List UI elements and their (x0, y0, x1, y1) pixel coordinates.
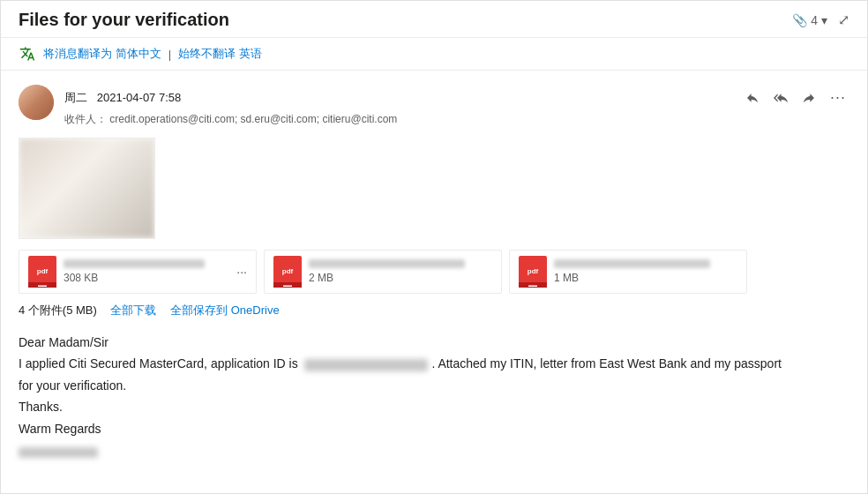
email-line1-end: . Attached my ITIN, letter from East Wes… (431, 356, 782, 370)
email-greeting: Dear Madam/Sir (19, 333, 849, 352)
pdf-icon-2: pdf ▬▬ (273, 256, 302, 288)
sender-meta: 周二 2021-04-07 7:58 (64, 85, 849, 110)
recipient-row: 收件人： credit.operations@citi.com; sd.eru@… (64, 112, 849, 127)
attachment-size-1: 308 KB (64, 272, 229, 284)
attachment-details-3: 1 MB (554, 259, 737, 284)
never-translate-link[interactable]: 始终不翻译 英语 (178, 46, 262, 62)
forward-button[interactable] (798, 87, 819, 109)
attachment-name-blur-1 (64, 259, 205, 268)
thumbnail-image (19, 138, 154, 238)
thumbnail-section (19, 138, 849, 239)
translation-separator: | (168, 48, 171, 61)
email-header: Files for your verification 📎 4 ▾ ⤢ (1, 1, 867, 38)
paperclip-icon: 📎 (792, 13, 807, 27)
attachment-size-3: 1 MB (554, 272, 737, 284)
recipients-list: credit.operations@citi.com; sd.eru@citi.… (109, 113, 397, 125)
save-to-onedrive-link[interactable]: 全部保存到 OneDrive (170, 303, 280, 318)
email-content: Dear Madam/Sir I applied Citi Secured Ma… (19, 333, 849, 460)
email-actions: ··· (742, 85, 849, 110)
email-sender-blur (19, 440, 849, 460)
attachment-name-blur-2 (309, 259, 465, 268)
sender-date: 2021-04-07 7:58 (97, 91, 181, 104)
header-actions: 📎 4 ▾ ⤢ (792, 11, 849, 28)
expand-icon[interactable]: ⤢ (838, 11, 849, 28)
attachments-footer: 4 个附件(5 MB) 全部下载 全部保存到 OneDrive (19, 303, 849, 318)
page-title: Files for your verification (19, 10, 229, 30)
email-line1: I applied Citi Secured MasterCard, appli… (19, 354, 849, 373)
pdf-icon-1: pdf ▬▬ (28, 256, 56, 288)
reply-button[interactable] (742, 87, 763, 109)
sender-info: 周二 2021-04-07 7:58 (64, 85, 849, 127)
recipients-label: 收件人： (64, 113, 107, 125)
attachment-details-1: 308 KB (64, 259, 229, 284)
sender-name-blur (19, 447, 98, 458)
translate-to-chinese-link[interactable]: 将消息翻译为 简体中文 (43, 46, 161, 62)
download-all-link[interactable]: 全部下载 (110, 303, 156, 318)
translate-icon (19, 45, 36, 63)
email-thanks: Thanks. (19, 397, 849, 416)
attachment-total: 4 个附件(5 MB) (19, 303, 97, 318)
pdf-icon-3: pdf ▬▬ (519, 256, 547, 288)
sender-row: 周二 2021-04-07 7:58 (19, 85, 849, 127)
attachment-size-2: 2 MB (309, 272, 492, 284)
attachment-details-2: 2 MB (309, 259, 492, 284)
email-warm-regards: Warm Regards (19, 419, 849, 438)
email-container: Files for your verification 📎 4 ▾ ⤢ 将消息翻… (0, 0, 868, 494)
sender-day: 周二 (64, 91, 87, 104)
attachment-item-3[interactable]: pdf ▬▬ 1 MB (509, 250, 747, 294)
email-body-scroll[interactable]: 周二 2021-04-07 7:58 (1, 71, 867, 493)
attachment-count: 📎 4 ▾ (792, 13, 827, 27)
email-line2: for your verification. (19, 376, 849, 395)
translation-bar: 将消息翻译为 简体中文 | 始终不翻译 英语 (1, 38, 867, 71)
application-id-blur (304, 359, 428, 371)
attachment-more-1[interactable]: ··· (236, 265, 247, 279)
avatar (19, 85, 54, 120)
chevron-down-icon[interactable]: ▾ (821, 13, 827, 27)
reply-all-button[interactable] (770, 87, 791, 109)
attachment-item-2[interactable]: pdf ▬▬ 2 MB (264, 250, 502, 294)
attachment-item-1[interactable]: pdf ▬▬ 308 KB ··· (19, 250, 257, 294)
attachment-name-blur-3 (554, 259, 710, 268)
main-attachment-thumbnail[interactable] (19, 138, 155, 239)
sender-datetime: 周二 2021-04-07 7:58 (64, 90, 181, 106)
attachment-number: 4 (811, 13, 818, 27)
attachments-row: pdf ▬▬ 308 KB ··· pdf ▬▬ 2 MB (19, 250, 849, 294)
more-actions-button[interactable]: ··· (827, 85, 849, 110)
email-line1-start: I applied Citi Secured MasterCard, appli… (19, 356, 298, 370)
